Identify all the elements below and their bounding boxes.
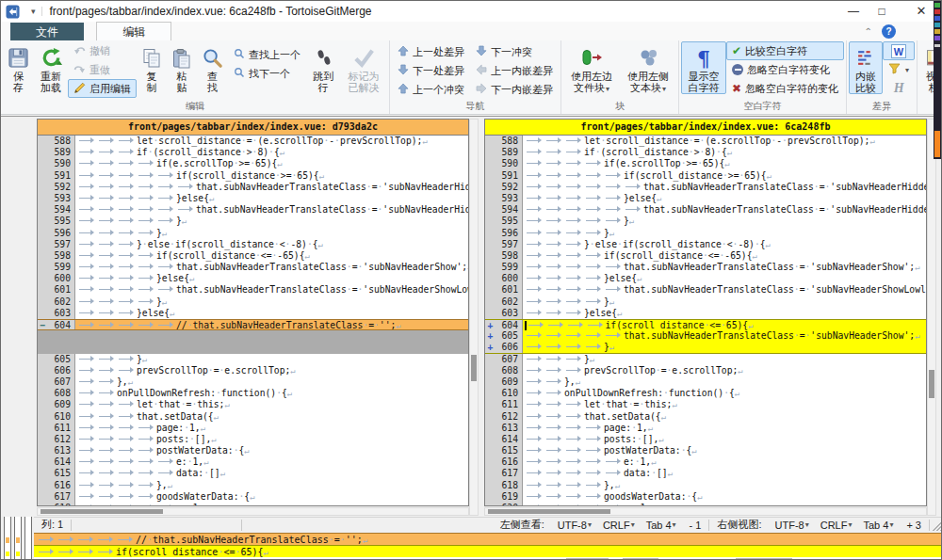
- code-line-left-597[interactable]: 597}·else·if(scroll_distance·<·-8)·{↵: [38, 239, 468, 250]
- code-line-left-604[interactable]: −604//·that.subNavHeaderTranslateClass·=…: [38, 319, 468, 330]
- code-line-left-611[interactable]: 611page:·1,↵: [38, 423, 468, 434]
- code-line-right-598[interactable]: 598if(scroll_distance·<=·-65){↵: [485, 250, 926, 262]
- code-line-right-611[interactable]: 611let·that·=·this;↵: [485, 399, 926, 410]
- redo-button[interactable]: 重做: [68, 60, 137, 79]
- reload-button[interactable]: 重新加载: [34, 41, 68, 94]
- code-line-right-601[interactable]: 601that.subNavHeaderTranslateClass·=·'su…: [485, 284, 926, 296]
- right-vertical-scrollbar[interactable]: [927, 119, 936, 516]
- code-line-left-598[interactable]: 598if(scroll_distance·<=·-65){↵: [38, 250, 468, 262]
- code-line-right-605[interactable]: +605that.subNavHeaderTranslateClass·=·'s…: [485, 330, 926, 342]
- code-line-left-612[interactable]: 612posts:·[],↵: [38, 434, 468, 445]
- find-next-button[interactable]: 找下一个: [228, 64, 306, 83]
- right-encoding-dropdown[interactable]: UTF-8▾: [770, 520, 815, 531]
- left-horizontal-scrollbar-thumb[interactable]: [41, 509, 163, 514]
- code-line-right-616[interactable]: 616e:·1,↵: [485, 456, 926, 468]
- code-line-right-620[interactable]: 620e:·1,↵: [485, 503, 926, 505]
- code-line-right-603[interactable]: 603}else{↵: [485, 308, 926, 319]
- code-line-left-590[interactable]: 590if(e.scrollTop·>=·65){↵: [38, 158, 468, 169]
- code-line-left-618[interactable]: 618e:·1,↵: [38, 503, 468, 505]
- enable-edit-button[interactable]: 启用编辑: [68, 79, 137, 98]
- tab-file[interactable]: 文件: [10, 23, 84, 41]
- code-line-right-597[interactable]: 597}·else·if(scroll_distance·<·-8)·{↵: [485, 239, 926, 250]
- code-line-left-616[interactable]: 616},↵: [38, 480, 468, 491]
- resize-grip[interactable]: [933, 521, 942, 531]
- code-line-right-599[interactable]: 599that.subNavHeaderTranslateClass·=·'su…: [485, 262, 926, 273]
- code-line-right-589[interactable]: 589if·(scroll_distance·>·8)·{↵: [485, 147, 926, 158]
- next-inline-difference-button[interactable]: 下一内嵌差异: [470, 80, 559, 99]
- code-line-right-591[interactable]: 591if(scroll_distance·>=·65){↵: [485, 170, 926, 182]
- code-line-left-603[interactable]: 603}else{↵: [38, 308, 468, 319]
- code-line-left-615[interactable]: 615data:·[]↵: [38, 468, 468, 479]
- help-icon[interactable]: ?: [882, 24, 896, 39]
- right-horizontal-scrollbar-thumb[interactable]: [488, 509, 610, 514]
- show-whitespace-button[interactable]: ¶ 显示空白字符: [681, 41, 726, 94]
- filter-button[interactable]: ▾: [883, 60, 915, 79]
- code-line-right-608[interactable]: 608prevScrollTop·=·e.scrollTop;↵: [485, 365, 926, 376]
- code-line-right-595[interactable]: 595}↵: [485, 216, 926, 227]
- code-line-right-610[interactable]: 610onPullDownRefresh:·function()·{↵: [485, 388, 926, 399]
- use-left-file-block-button[interactable]: 使用左边文件块▾: [563, 41, 620, 96]
- right-horizontal-scrollbar[interactable]: [484, 507, 927, 516]
- quick-access-dropdown-icon[interactable]: ▾: [25, 7, 42, 16]
- minimize-button[interactable]: —: [839, 1, 868, 22]
- h-button[interactable]: H: [883, 79, 915, 98]
- find-button[interactable]: 查找: [197, 41, 228, 94]
- previous-conflict-button[interactable]: 上一个冲突: [392, 80, 470, 99]
- word-diff-button[interactable]: W: [883, 41, 915, 60]
- code-line-right-612[interactable]: 612that.setData({↵: [485, 411, 926, 423]
- paste-button[interactable]: 粘贴: [167, 41, 197, 94]
- code-line-left-592[interactable]: 592that.subNavHeaderTranslateClass·=·'su…: [38, 182, 468, 193]
- ignore-all-whitespace-button[interactable]: ✖ 忽略空白字符的变化: [726, 79, 844, 98]
- right-tab-dropdown[interactable]: Tab 4▾: [857, 520, 899, 531]
- inline-compare-button[interactable]: 内嵌比较: [849, 41, 883, 94]
- code-line-left-594[interactable]: 594that.subNavHeaderTranslateClass·=·'su…: [38, 204, 468, 216]
- find-previous-button[interactable]: 查找上一个: [228, 45, 306, 64]
- ignore-whitespace-change-button[interactable]: 忽略空白字符变化: [726, 60, 844, 79]
- code-line-right-596[interactable]: 596}↵: [485, 228, 926, 239]
- code-line-left-600[interactable]: 600}else{↵: [38, 273, 468, 284]
- right-vertical-scrollbar-thumb[interactable]: [929, 370, 934, 398]
- code-line-left-599[interactable]: 599that.subNavHeaderTranslateClass·=·'su…: [38, 262, 468, 273]
- code-line-right-617[interactable]: 617data:·[]↵: [485, 468, 926, 479]
- code-line-left-593[interactable]: 593}else{↵: [38, 193, 468, 204]
- background-app-edge-strip[interactable]: [934, 1, 941, 159]
- code-line-right-609[interactable]: 609},↵: [485, 376, 926, 388]
- left-eol-dropdown[interactable]: CRLF▾: [597, 520, 641, 531]
- right-pane-body[interactable]: 588let·scroll_distance·=·(e.scrollTop·-·…: [485, 136, 926, 505]
- code-line-right-588[interactable]: 588let·scroll_distance·=·(e.scrollTop·-·…: [485, 136, 926, 147]
- code-line-right-604[interactable]: +604if(scroll_distance·<=·65){↵: [485, 319, 926, 330]
- left-vertical-scrollbar-thumb[interactable]: [471, 355, 477, 381]
- code-line-right-606[interactable]: +606}↵: [485, 342, 926, 353]
- code-line-left-605[interactable]: 605}↵: [38, 354, 468, 365]
- code-line-left-617[interactable]: 617goodsWaterData:·{↵: [38, 491, 468, 503]
- tab-edit[interactable]: 编辑: [96, 22, 171, 40]
- left-pane-body[interactable]: 588let·scroll_distance·=·(e.scrollTop·-·…: [38, 136, 468, 505]
- copy-button[interactable]: 复制: [137, 41, 167, 94]
- next-difference-button[interactable]: 下一处差异: [392, 61, 470, 80]
- goto-line-button[interactable]: 跳到行: [306, 41, 340, 94]
- code-line-left-609[interactable]: 609let·that·=·this;↵: [38, 399, 468, 410]
- maximize-button[interactable]: □: [868, 1, 896, 22]
- code-line-right-613[interactable]: 613page:·1,↵: [485, 423, 926, 434]
- code-line-left-614[interactable]: 614e:·1,↵: [38, 456, 468, 468]
- code-line-left-588[interactable]: 588let·scroll_distance·=·(e.scrollTop·-·…: [38, 136, 468, 147]
- previous-difference-button[interactable]: 上一处差异: [392, 42, 470, 61]
- code-line-left-596[interactable]: 596}↵: [38, 228, 468, 239]
- code-line-right-615[interactable]: 615postWaterData:·{↵: [485, 445, 926, 456]
- background-window-sliver[interactable]: //·that.subNavHeaderTranslateClass·=·'';…: [34, 533, 942, 560]
- left-vertical-scrollbar[interactable]: [469, 119, 479, 516]
- close-button[interactable]: ✕: [907, 1, 935, 22]
- code-line-right-600[interactable]: 600}else{↵: [485, 273, 926, 284]
- code-line-right-607[interactable]: 607}↵: [485, 354, 926, 365]
- code-line-right-590[interactable]: 590if(e.scrollTop·>=·65){↵: [485, 158, 926, 169]
- previous-inline-difference-button[interactable]: 上一内嵌差异: [470, 61, 559, 80]
- code-line-left-601[interactable]: 601that.subNavHeaderTranslateClass·=·'su…: [38, 284, 468, 296]
- code-line-left-595[interactable]: 595}↵: [38, 216, 468, 227]
- use-left-text-block-button[interactable]: 使用左侧文本块▾: [620, 41, 676, 96]
- code-line-right-594[interactable]: 594that.subNavHeaderTranslateClass·=·'su…: [485, 204, 926, 216]
- collapse-ribbon-icon[interactable]: ⌃: [865, 26, 872, 37]
- code-line-right-614[interactable]: 614posts:·[],↵: [485, 434, 926, 445]
- code-line-left-606[interactable]: 606prevScrollTop·=·e.scrollTop;↵: [38, 365, 468, 376]
- code-line-right-593[interactable]: 593}else{↵: [485, 193, 926, 204]
- left-tab-dropdown[interactable]: Tab 4▾: [641, 520, 682, 531]
